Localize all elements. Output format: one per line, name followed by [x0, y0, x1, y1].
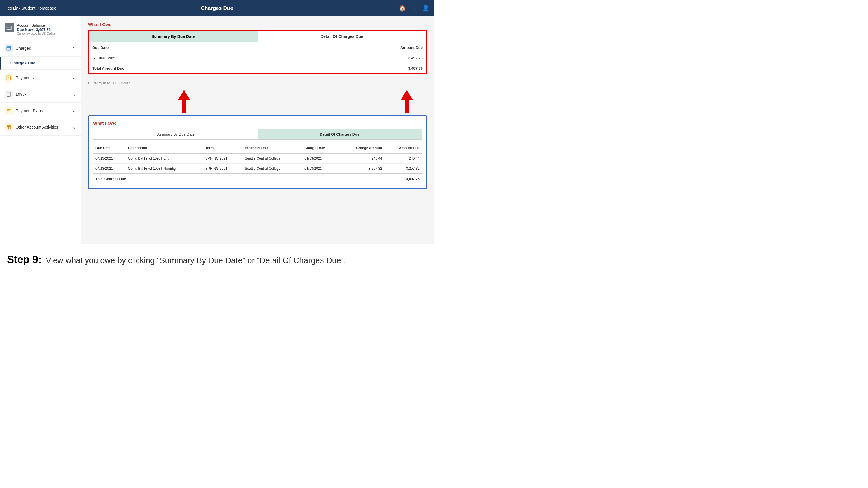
detail-table: Due Date Description Term Business Unit …: [93, 143, 422, 184]
summary-col-due-date: Due Date: [89, 42, 281, 53]
payment-plans-chevron-icon: ⌄: [73, 108, 76, 113]
sidebar-charges-label: Charges: [16, 46, 31, 51]
due-now-row: Due Now 3,497.76: [17, 28, 55, 32]
charges-chevron-icon: ⌃: [73, 46, 76, 51]
summary-row: SPRING 2021 3,497.76: [89, 53, 426, 63]
svg-rect-0: [7, 26, 12, 30]
charges-icon: [5, 44, 13, 52]
right-arrow-head: [400, 90, 413, 100]
summary-table: Due Date Amount Due SPRING 2021 3,497.76…: [89, 42, 426, 73]
due-now-value: 3,497.76: [36, 28, 51, 32]
sidebar-other-activities-label: Other Account Activities: [16, 125, 58, 130]
main-layout: Account Balance Due Now 3,497.76 Currenc…: [0, 16, 434, 244]
detail-col-charge-date: Charge Date: [302, 143, 339, 153]
back-button[interactable]: ‹ ctcLink Student Homepage: [5, 6, 56, 10]
step-text: View what you owe by clicking “Summary B…: [46, 256, 346, 265]
arrow-indicators-area: [88, 90, 427, 113]
detail-row2-term: SPRING 2021: [203, 164, 243, 174]
detail-total-row: Total Charges Due 3,497.76: [93, 174, 422, 184]
detail-col-amount-due: Amount Due: [384, 143, 422, 153]
currency-note: Currency used is US Dollar: [88, 79, 427, 90]
sidebar-payments-label: Payments: [16, 75, 34, 80]
detail-row2-description: Conv: Bal Frwd 1098T NonElig: [126, 164, 203, 174]
detail-row2-business-unit: Seattle Central College: [243, 164, 302, 174]
sidebar-payment-plans-label: Payment Plans: [16, 108, 43, 113]
tabs-row: Summary By Due Date Detail Of Charges Du…: [89, 31, 426, 42]
detail-total-value: 3,497.76: [384, 174, 422, 184]
back-chevron: ‹: [5, 6, 6, 10]
detail-row2-amount-due: 3,257.32: [384, 164, 422, 174]
detail-col-term: Term: [203, 143, 243, 153]
home-icon[interactable]: 🏠: [399, 5, 406, 11]
nav-icons: 🏠 ⋮ 👤: [399, 5, 429, 11]
account-balance-icon: [5, 23, 14, 32]
detail-detail-tab[interactable]: Detail Of Charges Due: [258, 129, 422, 139]
detail-col-business-unit: Business Unit: [243, 143, 302, 153]
detail-row1-charge-amount: 240.44: [339, 153, 384, 164]
summary-total-label: Total Amount Due: [89, 63, 281, 74]
summary-amount-due-cell: 3,497.76: [281, 53, 426, 63]
step-section: Step 9: View what you owe by clicking “S…: [0, 244, 434, 275]
detail-row1-charge-date: 01/13/2021: [302, 153, 339, 164]
detail-row1-business-unit: Seattle Central College: [243, 153, 302, 164]
detail-row1-amount-due: 240.44: [384, 153, 422, 164]
step-label: Step 9:: [7, 254, 42, 265]
sidebar: Account Balance Due Now 3,497.76 Currenc…: [0, 16, 81, 244]
sidebar-item-payment-plans[interactable]: Payment Plans ⌄: [0, 103, 81, 119]
1098t-chevron-icon: ⌄: [73, 92, 76, 97]
detail-col-charge-amount: Charge Amount: [339, 143, 384, 153]
user-icon[interactable]: 👤: [422, 5, 429, 11]
payments-icon: [5, 74, 13, 82]
sidebar-item-payments[interactable]: Payments ⌄: [0, 70, 81, 86]
tab-container-highlight: Summary By Due Date Detail Of Charges Du…: [88, 30, 427, 74]
detail-row1-description: Conv: Bal Frwd 1098T Elig: [126, 153, 203, 164]
left-arrow-indicator: [178, 90, 190, 113]
right-arrow-shaft: [405, 100, 409, 113]
detail-col-due-date: Due Date: [93, 143, 126, 153]
top-nav: ‹ ctcLink Student Homepage Charges Due 🏠…: [0, 0, 434, 16]
sidebar-1098t-label: 1098-T: [16, 92, 28, 97]
account-balance-label: Account Balance: [17, 23, 55, 28]
payments-chevron-icon: ⌄: [73, 75, 76, 80]
svg-rect-2: [7, 46, 11, 50]
detail-summary-tab[interactable]: Summary By Due Date: [93, 129, 258, 139]
detail-col-description: Description: [126, 143, 203, 153]
account-balance-text: Account Balance Due Now 3,497.76 Currenc…: [17, 23, 55, 35]
due-now-label: Due Now: [17, 28, 33, 32]
summary-total-row: Total Amount Due 3,497.76: [89, 63, 426, 74]
summary-due-date-cell: SPRING 2021: [89, 53, 281, 63]
summary-by-due-date-tab[interactable]: Summary By Due Date: [89, 31, 258, 42]
detail-total-label: Total Charges Due: [93, 174, 384, 184]
sidebar-item-1098t[interactable]: 1098-T ⌄: [0, 86, 81, 103]
payment-plans-icon: [5, 107, 13, 115]
left-arrow-shaft: [182, 100, 186, 113]
charges-due-label: Charges Due: [10, 61, 35, 65]
detail-row1-due-date: 04/13/2021: [93, 153, 126, 164]
page-title: Charges Due: [201, 5, 233, 11]
sidebar-item-other-activities[interactable]: Other Account Activities ⌄: [0, 119, 81, 136]
back-label: ctcLink Student Homepage: [8, 6, 56, 10]
other-activities-icon: [5, 123, 13, 131]
detail-row2-due-date: 04/13/2021: [93, 164, 126, 174]
summary-total-value: 3,497.76: [281, 63, 426, 74]
account-balance-section: Account Balance Due Now 3,497.76 Currenc…: [0, 19, 81, 40]
left-arrow-head: [178, 90, 190, 100]
detail-of-charges-tab[interactable]: Detail Of Charges Due: [258, 31, 427, 42]
detail-tabs-row: Summary By Due Date Detail Of Charges Du…: [93, 129, 422, 140]
detail-row1-term: SPRING 2021: [203, 153, 243, 164]
summary-col-amount-due: Amount Due: [281, 42, 426, 53]
more-icon[interactable]: ⋮: [411, 5, 417, 11]
other-activities-chevron-icon: ⌄: [73, 125, 76, 130]
sidebar-item-charges[interactable]: Charges ⌃: [0, 40, 81, 57]
detail-row2-charge-amount: 3,257.32: [339, 164, 384, 174]
main-content: What I Owe Summary By Due Date Detail Of…: [81, 16, 434, 244]
right-arrow-indicator: [400, 90, 413, 113]
detail-row2-charge-date: 01/13/2021: [302, 164, 339, 174]
detail-row-1: 04/13/2021 Conv: Bal Frwd 1098T Elig SPR…: [93, 153, 422, 164]
what-i-owe-box-heading: What I Owe: [93, 121, 422, 126]
detail-row-2: 04/13/2021 Conv: Bal Frwd 1098T NonElig …: [93, 164, 422, 174]
what-i-owe-box: What I Owe Summary By Due Date Detail Of…: [88, 116, 427, 189]
sidebar-item-charges-due[interactable]: Charges Due: [0, 57, 81, 70]
1098t-icon: [5, 90, 13, 98]
what-i-owe-heading: What I Owe: [88, 22, 427, 27]
